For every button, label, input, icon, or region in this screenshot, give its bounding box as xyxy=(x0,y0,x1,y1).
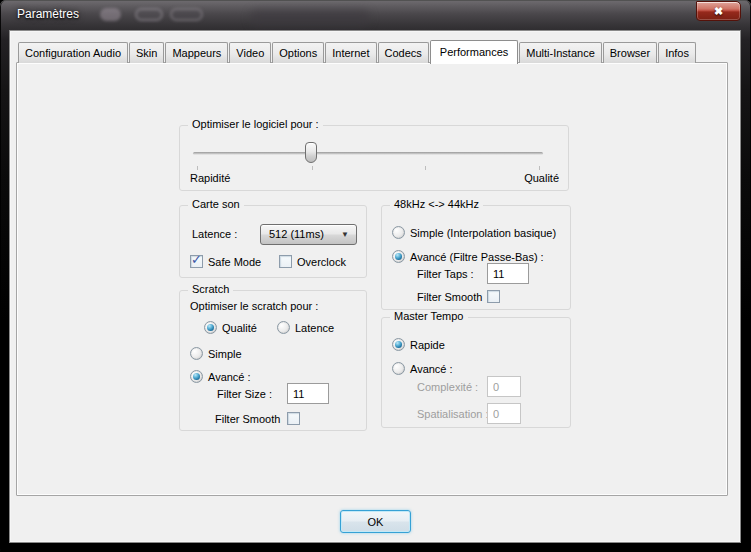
tab-infos[interactable]: Infos xyxy=(658,42,696,63)
slider-tick xyxy=(425,166,426,170)
tab-page-performances: Optimiser le logiciel pour : Rapidité Qu… xyxy=(16,62,728,496)
optimize-slider-track[interactable] xyxy=(193,152,543,155)
filter-taps-label: Filter Taps : xyxy=(417,268,474,280)
resample-filter-smooth-checkbox[interactable] xyxy=(487,290,500,303)
close-icon: ✖ xyxy=(697,2,740,20)
tab-performances[interactable]: Performances xyxy=(430,40,518,64)
overclock-checkbox[interactable] xyxy=(279,255,292,268)
resample-group: 48kHz <-> 44kHz Simple (Interpolation ba… xyxy=(381,205,571,310)
master-tempo-group: Master Tempo Rapide Avancé : Complexité … xyxy=(381,317,571,428)
tempo-fast-radio[interactable] xyxy=(392,338,405,351)
scratch-simple-label: Simple xyxy=(208,348,242,360)
tab-skin[interactable]: Skin xyxy=(129,42,164,63)
tab-options[interactable]: Options xyxy=(272,42,324,63)
master-tempo-group-title: Master Tempo xyxy=(390,310,468,322)
scratch-latency-label: Latence xyxy=(295,322,334,334)
scratch-advanced-label: Avancé : xyxy=(208,371,251,383)
tab-video[interactable]: Video xyxy=(229,42,271,63)
chevron-down-icon: ▼ xyxy=(341,225,349,244)
scratch-group: Scratch Optimiser le scratch pour : Qual… xyxy=(179,290,367,431)
check-icon: ✓ xyxy=(191,253,202,267)
resample-filter-smooth-label: Filter Smooth xyxy=(417,291,482,303)
scratch-filter-smooth-label: Filter Smooth xyxy=(215,413,280,425)
tab-browser[interactable]: Browser xyxy=(603,42,657,63)
slider-tick xyxy=(539,166,540,170)
latency-label: Latence : xyxy=(192,228,237,240)
scratch-filter-smooth-checkbox[interactable] xyxy=(287,412,300,425)
tab-configuration-audio[interactable]: Configuration Audio xyxy=(18,42,128,63)
spatialization-label: Spatialisation : xyxy=(417,408,489,420)
window-title: Paramètres xyxy=(17,7,79,21)
background-blur-shape xyxy=(250,10,370,26)
tempo-advanced-label: Avancé : xyxy=(410,363,453,375)
close-button[interactable]: ✖ xyxy=(696,1,741,21)
slider-right-label: Qualité xyxy=(524,172,559,184)
resample-group-title: 48kHz <-> 44kHz xyxy=(390,198,483,210)
spatialization-input xyxy=(487,403,521,424)
scratch-quality-label: Qualité xyxy=(222,322,257,334)
tempo-fast-label: Rapide xyxy=(410,339,445,351)
overclock-label: Overclock xyxy=(297,256,346,268)
slider-tick xyxy=(197,166,198,170)
safe-mode-checkbox[interactable]: ✓ xyxy=(190,255,203,268)
scratch-advanced-radio[interactable] xyxy=(190,370,203,383)
filter-size-label: Filter Size : xyxy=(217,388,272,400)
resample-simple-radio[interactable] xyxy=(392,226,405,239)
tempo-advanced-radio[interactable] xyxy=(392,362,405,375)
tab-multi-instance[interactable]: Multi-Instance xyxy=(519,42,601,63)
ok-button[interactable]: OK xyxy=(340,510,411,533)
resample-advanced-radio[interactable] xyxy=(392,250,405,263)
latency-dropdown-value: 512 (11ms) xyxy=(269,228,324,240)
tab-codecs[interactable]: Codecs xyxy=(378,42,429,63)
optimize-slider-thumb[interactable] xyxy=(305,142,317,163)
scratch-simple-radio[interactable] xyxy=(190,347,203,360)
filter-size-input[interactable] xyxy=(287,383,329,404)
resample-advanced-label: Avancé (Filtre Passe-Bas) : xyxy=(410,251,544,263)
background-blur-shape xyxy=(170,8,203,21)
complexity-label: Complexité : xyxy=(417,381,478,393)
tab-bar: Configuration Audio Skin Mappeurs Video … xyxy=(18,42,697,64)
latency-dropdown[interactable]: 512 (11ms) ▼ xyxy=(260,224,357,245)
tab-internet[interactable]: Internet xyxy=(325,42,376,63)
complexity-input xyxy=(487,376,521,397)
safe-mode-label: Safe Mode xyxy=(208,256,261,268)
slider-tick xyxy=(312,166,313,170)
dialog-body: Configuration Audio Skin Mappeurs Video … xyxy=(9,30,741,543)
background-blur-shape xyxy=(135,8,163,21)
background-blur-shape xyxy=(100,8,121,21)
settings-window: Paramètres ✖ Configuration Audio Skin Ma… xyxy=(0,0,751,552)
optimize-group-title: Optimiser le logiciel pour : xyxy=(188,118,323,130)
sound-card-group-title: Carte son xyxy=(188,198,244,210)
titlebar[interactable]: Paramètres ✖ xyxy=(0,0,751,30)
scratch-group-title: Scratch xyxy=(188,283,233,295)
scratch-optimize-label: Optimiser le scratch pour : xyxy=(190,300,318,312)
filter-taps-input[interactable] xyxy=(487,263,529,284)
scratch-latency-radio[interactable] xyxy=(277,321,290,334)
scratch-quality-radio[interactable] xyxy=(204,321,217,334)
resample-simple-label: Simple (Interpolation basique) xyxy=(410,227,556,239)
slider-left-label: Rapidité xyxy=(190,172,230,184)
sound-card-group: Carte son Latence : 512 (11ms) ▼ ✓ Safe … xyxy=(179,205,367,278)
optimize-group: Optimiser le logiciel pour : Rapidité Qu… xyxy=(179,125,569,191)
tab-mappeurs[interactable]: Mappeurs xyxy=(165,42,228,63)
